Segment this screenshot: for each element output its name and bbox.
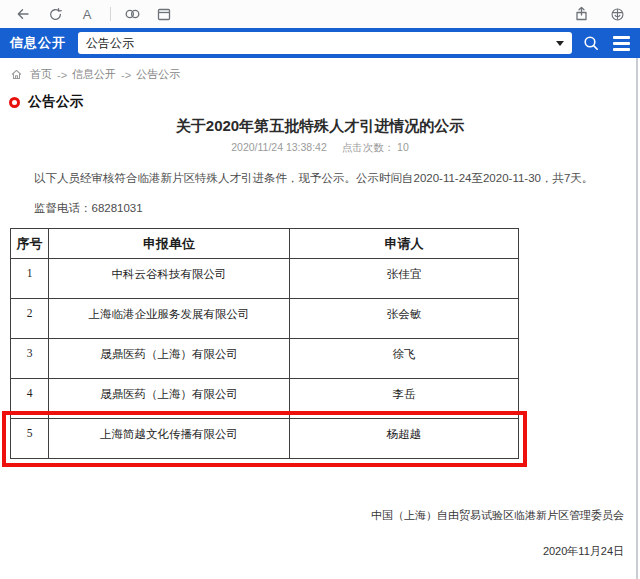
navbar-section-label: 信息公开 [10,34,66,52]
cell-applicant: 李岳 [290,379,519,419]
section-header: 公告公示 [9,93,84,111]
cell-company: 上海临港企业服务发展有限公司 [49,299,290,339]
breadcrumb-separator: -> [57,69,67,81]
cell-applicant: 徐飞 [290,339,519,379]
home-icon[interactable] [10,68,23,81]
toolbar-divider [110,7,111,21]
breadcrumb-announcements[interactable]: 公告公示 [136,67,180,82]
publish-timestamp: 2020/11/24 13:38:42 [231,141,327,153]
cell-company: 上海简越文化传播有限公司 [49,419,290,459]
header-applicant: 申请人 [290,229,519,259]
hit-counter: 点击次数： 10 [342,141,409,153]
cell-no: 3 [11,339,49,379]
breadcrumb-home[interactable]: 首页 [30,67,52,82]
cell-company: 晟鼎医药（上海）有限公司 [49,379,290,419]
table-row: 3 晟鼎医药（上海）有限公司 徐飞 [11,339,519,379]
browser-toolbar: A [0,0,640,28]
link-icon[interactable] [123,5,141,23]
breadcrumb-separator: -> [121,69,131,81]
category-dropdown-value: 公告公示 [86,35,134,52]
talent-table: 序号 申报单位 申请人 1 中科云谷科技有限公司 张佳宜 2 上海临港企业服务发… [10,228,519,459]
table-row: 1 中科云谷科技有限公司 张佳宜 [11,259,519,299]
category-dropdown[interactable]: 公告公示 [78,32,572,54]
cell-applicant: 张佳宜 [290,259,519,299]
table-row-highlighted: 5 上海简越文化传播有限公司 杨超越 [11,419,519,459]
cell-no: 4 [11,379,49,419]
chevron-down-icon [556,41,564,46]
article-meta: 2020/11/24 13:38:42 点击次数： 10 [0,141,640,155]
article-title: 关于2020年第五批特殊人才引进情况的公示 [0,117,640,136]
red-ring-icon [9,97,20,108]
header-company: 申报单位 [49,229,290,259]
font-size-icon[interactable]: A [78,5,96,23]
table-header-row: 序号 申报单位 申请人 [11,229,519,259]
section-title: 公告公示 [28,93,84,111]
reload-icon[interactable] [46,5,64,23]
article-body: 以下人员经审核符合临港新片区特殊人才引进条件，现予公示。公示时间自2020-11… [34,170,620,187]
breadcrumb: 首页 -> 信息公开 -> 公告公示 [10,67,180,82]
issuing-authority: 中国（上海）自由贸易试验区临港新片区管理委员会 [371,508,624,523]
toolbar-right-group [554,5,626,23]
cell-no: 2 [11,299,49,339]
cell-applicant: 张会敏 [290,299,519,339]
cell-no: 1 [11,259,49,299]
header-no: 序号 [11,229,49,259]
breadcrumb-info-disclosure[interactable]: 信息公开 [72,67,116,82]
supervision-phone: 监督电话：68281031 [34,201,143,216]
back-icon[interactable] [14,5,32,23]
site-navbar: 信息公开 公告公示 [0,28,640,58]
table-row: 2 上海临港企业服务发展有限公司 张会敏 [11,299,519,339]
cell-no: 5 [11,419,49,459]
search-icon[interactable] [580,32,602,54]
window-icon[interactable] [155,5,173,23]
cell-company: 中科云谷科技有限公司 [49,259,290,299]
issue-date: 2020年11月24日 [543,544,624,559]
table-row: 4 晟鼎医药（上海）有限公司 李岳 [11,379,519,419]
talent-table-wrap: 序号 申报单位 申请人 1 中科云谷科技有限公司 张佳宜 2 上海临港企业服务发… [10,228,519,459]
globe-icon[interactable] [608,5,626,23]
cell-company: 晟鼎医药（上海）有限公司 [49,339,290,379]
cell-applicant: 杨超越 [290,419,519,459]
share-icon[interactable] [572,5,590,23]
scrollbar[interactable] [636,58,638,579]
menu-icon[interactable] [610,32,632,54]
browser-window: A [0,0,640,579]
